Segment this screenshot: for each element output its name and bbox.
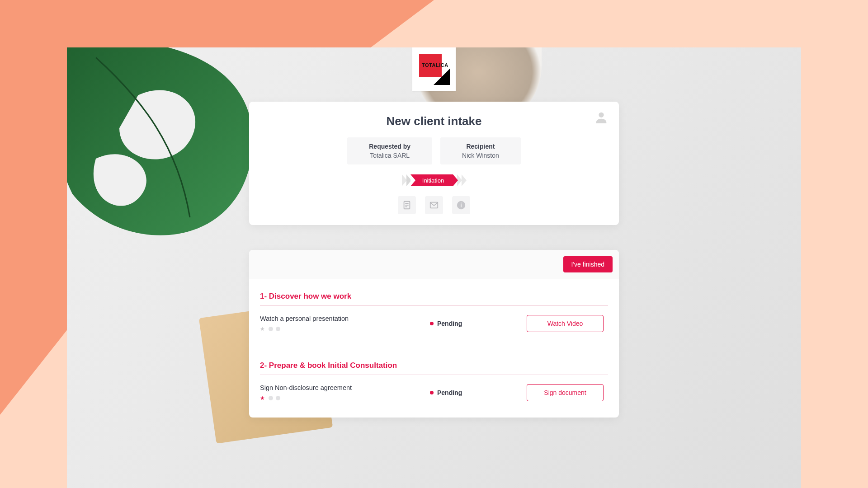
requested-by-pill: Requested by Totalica SARL [347,137,432,164]
task-name: Sign Non-disclosure agreement [260,384,424,391]
app-frame: TOTALICA New client intake Requested by … [67,47,801,488]
requested-by-value: Totalica SARL [369,152,410,159]
task-meta-icons [269,396,280,400]
recipient-label: Recipient [462,143,499,150]
svg-rect-8 [461,203,462,204]
notes-button[interactable] [398,196,416,214]
status-dot-icon [430,391,434,394]
section-2: 2- Prepare & book Initial Consultation S… [249,348,619,418]
task-status: Pending [430,389,520,396]
step-active-label: Initiation [422,177,444,184]
task-status-label: Pending [437,320,462,327]
step-next-3 [462,174,467,186]
info-icon [456,200,466,210]
page-title: New client intake [262,114,606,128]
brand-name: TOTALICA [422,62,448,68]
star-icon: ★ [260,326,265,332]
info-button[interactable] [452,196,470,214]
section-1: 1- Discover how we work Watch a personal… [249,279,619,348]
task-meta: ★ [260,326,424,332]
section-2-title: 2- Prepare & book Initial Consultation [260,361,608,375]
task-status-label: Pending [437,389,462,396]
tasks-card: I've finished 1- Discover how we work Wa… [249,250,619,418]
progress-stepper: Initiation [262,174,606,186]
star-icon: ★ [260,395,265,401]
step-active[interactable]: Initiation [410,174,453,186]
intake-header-card: New client intake Requested by Totalica … [249,102,619,225]
user-avatar[interactable] [594,110,609,125]
watch-video-button[interactable]: Watch Video [527,315,604,332]
status-dot-icon [430,322,434,325]
meta-row: Requested by Totalica SARL Recipient Nic… [262,137,606,164]
recipient-value: Nick Winston [462,152,499,159]
task-row: Sign Non-disclosure agreement ★ Pending … [260,375,608,412]
tasks-toolbar: I've finished [249,250,619,279]
task-status: Pending [430,320,520,327]
task-name: Watch a personal presentation [260,315,424,322]
email-icon [429,200,439,210]
notes-icon [402,200,412,210]
svg-rect-7 [461,204,462,207]
recipient-pill: Recipient Nick Winston [440,137,521,164]
header-icon-row [262,196,606,214]
svg-point-0 [599,113,604,117]
finished-button[interactable]: I've finished [563,256,613,272]
task-meta: ★ [260,395,424,401]
section-1-title: 1- Discover how we work [260,292,608,306]
person-icon [594,110,609,125]
email-button[interactable] [425,196,443,214]
task-meta-icons [269,327,280,331]
brand-logo: TOTALICA [412,47,456,91]
sign-document-button[interactable]: Sign document [527,384,604,401]
requested-by-label: Requested by [369,143,410,150]
task-row: Watch a personal presentation ★ Pending … [260,306,608,343]
